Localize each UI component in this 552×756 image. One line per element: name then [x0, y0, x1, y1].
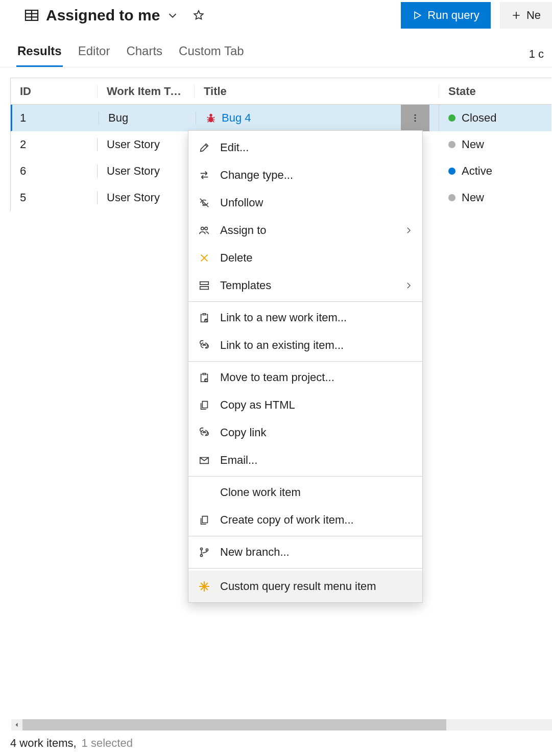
menu-item-assign-to[interactable]: Assign to — [188, 217, 422, 244]
cell-state: New — [439, 138, 551, 151]
cell-type: Bug — [99, 111, 196, 125]
cell-type: User Story — [98, 138, 195, 151]
eye-off-icon — [198, 196, 211, 209]
col-header-state[interactable]: State — [439, 85, 551, 98]
menu-label: Edit... — [220, 141, 413, 154]
run-query-label: Run query — [427, 9, 479, 22]
svg-point-2 — [415, 114, 416, 115]
table-header: ID Work Item Type Title State — [11, 78, 551, 105]
menu-separator — [188, 301, 422, 302]
menu-label: Unfollow — [220, 196, 413, 209]
clipboard-arrow-icon — [198, 371, 211, 384]
svg-point-9 — [206, 549, 208, 551]
swap-icon — [198, 169, 211, 182]
x-icon — [198, 251, 211, 265]
menu-item-copy-as-html[interactable]: Copy as HTML — [188, 391, 422, 419]
menu-item-templates[interactable]: Templates — [188, 272, 422, 299]
cell-state: New — [439, 191, 551, 204]
menu-separator — [188, 536, 422, 536]
chevron-right-icon — [404, 281, 413, 290]
tab-custom-tab[interactable]: Custom Tab — [178, 40, 245, 67]
link-icon — [198, 426, 211, 439]
copy-icon — [198, 513, 211, 527]
cell-id: 6 — [11, 164, 98, 178]
menu-separator — [188, 568, 422, 569]
mail-icon — [198, 454, 211, 467]
bug-icon — [205, 112, 217, 124]
template-icon — [198, 279, 211, 292]
menu-item-unfollow[interactable]: Unfollow — [188, 189, 422, 217]
chevron-right-icon — [404, 226, 413, 235]
status-selected: 1 selected — [82, 737, 133, 750]
view-title[interactable]: Assigned to me — [46, 7, 160, 24]
scroll-thumb[interactable] — [22, 719, 446, 730]
favorite-icon[interactable] — [193, 9, 205, 21]
copy-icon — [198, 398, 211, 412]
tab-editor[interactable]: Editor — [77, 40, 111, 67]
menu-item-copy-link[interactable]: Copy link — [188, 419, 422, 446]
svg-point-4 — [415, 120, 416, 122]
new-label: Ne — [526, 9, 541, 22]
header-actions: Run query Ne — [401, 2, 552, 29]
svg-point-7 — [200, 548, 202, 550]
table-row[interactable]: 1BugBug 4Closed — [11, 105, 551, 131]
new-button[interactable]: Ne — [500, 2, 552, 29]
state-dot-icon — [448, 194, 455, 201]
menu-item-delete[interactable]: Delete — [188, 244, 422, 272]
state-label: Closed — [462, 111, 496, 125]
run-query-button[interactable]: Run query — [401, 2, 491, 29]
menu-label: Custom query result menu item — [220, 580, 413, 593]
menu-label: Email... — [220, 454, 413, 467]
cell-state: Closed — [439, 111, 551, 125]
menu-item-link-to-a-new-work-item[interactable]: Link to a new work item... — [188, 304, 422, 332]
menu-item-new-branch[interactable]: New branch... — [188, 538, 422, 566]
col-header-type[interactable]: Work Item Type — [98, 85, 195, 98]
menu-label: Clone work item — [220, 486, 413, 499]
svg-point-1 — [208, 116, 213, 122]
horizontal-scrollbar[interactable] — [11, 719, 552, 730]
menu-item-create-copy-of-work-item[interactable]: Create copy of work item... — [188, 506, 422, 534]
work-item-link[interactable]: Bug 4 — [222, 111, 251, 125]
scroll-left-arrow[interactable] — [11, 719, 22, 730]
menu-label: Delete — [220, 251, 413, 265]
tabs: ResultsEditorChartsCustom Tab — [16, 40, 245, 67]
menu-separator — [188, 476, 422, 477]
link-icon — [198, 339, 211, 352]
context-menu: Edit...Change type...UnfollowAssign toDe… — [188, 130, 423, 603]
tab-results[interactable]: Results — [16, 40, 63, 67]
col-header-id[interactable]: ID — [11, 85, 98, 98]
menu-item-link-to-an-existing-item[interactable]: Link to an existing item... — [188, 332, 422, 359]
state-label: New — [462, 191, 484, 204]
menu-item-email[interactable]: Email... — [188, 446, 422, 474]
cell-id: 1 — [12, 111, 99, 125]
menu-item-clone-work-item[interactable]: Clone work item — [188, 479, 422, 506]
tab-charts[interactable]: Charts — [125, 40, 163, 67]
star-icon — [198, 580, 211, 593]
svg-point-3 — [415, 117, 416, 119]
cell-id: 5 — [11, 191, 98, 204]
cell-title[interactable]: Bug 4 — [196, 105, 439, 131]
result-count: 1 c — [529, 48, 544, 67]
svg-point-8 — [200, 554, 202, 556]
menu-label: Templates — [220, 279, 395, 292]
menu-label: Assign to — [220, 224, 395, 237]
chevron-down-icon[interactable] — [167, 10, 178, 21]
menu-item-custom-query-result-menu-item[interactable]: Custom query result menu item — [188, 571, 422, 602]
cell-id: 2 — [11, 138, 98, 151]
menu-label: Link to an existing item... — [220, 339, 413, 352]
menu-item-change-type[interactable]: Change type... — [188, 161, 422, 189]
people-icon — [198, 224, 211, 237]
menu-separator — [188, 361, 422, 362]
state-dot-icon — [448, 168, 455, 175]
menu-item-edit[interactable]: Edit... — [188, 134, 422, 161]
state-label: Active — [462, 164, 492, 178]
col-header-title[interactable]: Title — [195, 85, 439, 98]
edit-icon — [198, 141, 211, 154]
clipboard-check-icon — [198, 311, 211, 324]
row-more-button[interactable] — [401, 105, 429, 131]
branch-icon — [198, 546, 211, 559]
menu-item-move-to-team-project[interactable]: Move to team project... — [188, 364, 422, 391]
grid-icon — [25, 10, 39, 21]
scroll-track[interactable] — [22, 719, 552, 730]
menu-label: Create copy of work item... — [220, 513, 413, 527]
